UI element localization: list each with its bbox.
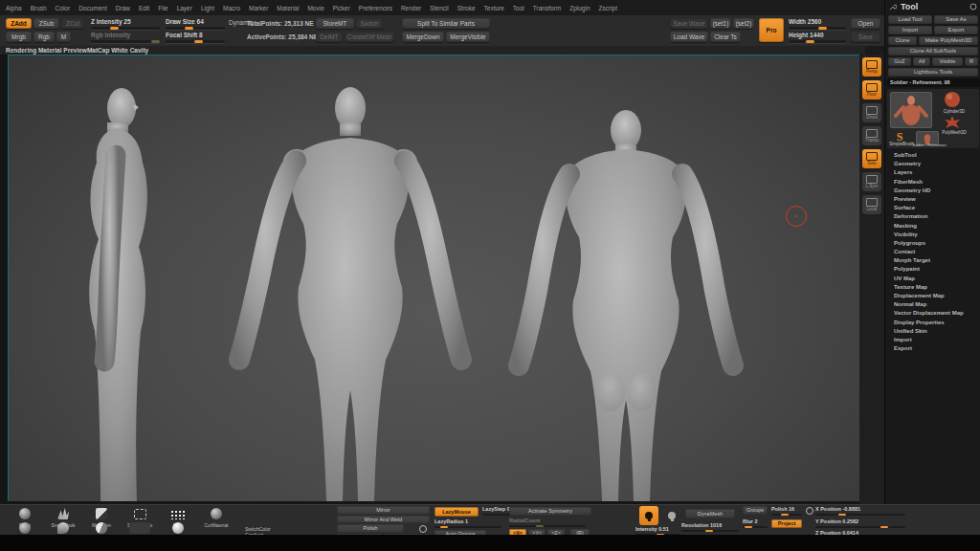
import-button[interactable]: Import (888, 26, 932, 34)
goz-all-button[interactable]: All (913, 57, 930, 66)
dynamesh-resolution-slider[interactable]: Resolution 1016 (681, 522, 739, 533)
mirror-button[interactable]: Mirror (337, 506, 430, 515)
split-to-similar-parts-button[interactable]: Split To Similar Parts (402, 18, 490, 29)
menu-item[interactable]: Zscript (599, 5, 618, 11)
menu-item[interactable]: Render (401, 5, 421, 11)
menu-item[interactable]: Document (78, 5, 107, 11)
menu-item[interactable]: Tool (513, 5, 524, 11)
tool-section-header[interactable]: Displacement Map (885, 292, 980, 300)
menu-item[interactable]: Draw (116, 5, 130, 11)
menu-item[interactable]: Brush (31, 5, 47, 11)
menu-item[interactable]: Texture (484, 5, 504, 11)
brush-slot[interactable] (159, 520, 197, 535)
focal-shift-slider[interactable]: Focal Shift 8 (166, 32, 225, 44)
radialcount-slider[interactable]: RadialCount (509, 518, 586, 528)
tool-section-header[interactable]: Contact (885, 248, 980, 256)
tool-section-header[interactable]: Surface (885, 204, 980, 212)
menu-item[interactable]: Transform (533, 5, 561, 11)
clear-ts-button[interactable]: Clear Ts (710, 32, 741, 42)
draw-size-slider[interactable]: Draw Size 64 (166, 18, 225, 31)
polymesh3d-thumb[interactable] (941, 115, 964, 130)
polish-button[interactable]: Polish (337, 524, 404, 533)
tool-section-header[interactable]: Polygroups (885, 239, 980, 248)
cylinder3d-thumb[interactable] (941, 91, 964, 108)
light-1-toggle[interactable] (639, 506, 658, 525)
menu-item[interactable]: Picker (333, 5, 350, 11)
open-button[interactable]: Open (851, 18, 880, 29)
tool-section-header[interactable]: Display Properties (885, 319, 980, 327)
menu-item[interactable]: Stroke (457, 5, 476, 11)
document-width-slider[interactable]: Width 2560 (789, 18, 846, 31)
polish-mode-icon[interactable] (419, 525, 427, 533)
brush-slot[interactable]: CurMaterial (197, 506, 235, 520)
rgb-intensity-slider[interactable]: Rgb Intensity (91, 32, 160, 44)
document-height-slider[interactable]: Height 1440 (789, 32, 846, 44)
current-tool-name[interactable]: Soldier - Refinement. 98 (887, 78, 980, 87)
merge-visible-button[interactable]: MergeVisible (446, 32, 490, 42)
zcut-button[interactable]: ZCut (61, 18, 84, 29)
save-wave-button[interactable]: Save Wave (670, 18, 708, 29)
light-2-toggle[interactable] (662, 506, 681, 525)
activate-symmetry-button[interactable]: Activate Symmetry (509, 507, 591, 516)
menu-item[interactable]: Zplugin (569, 5, 590, 11)
right-shelf-button[interactable]: L.Sym (862, 172, 881, 191)
menu-item[interactable]: Edit (139, 5, 149, 11)
lightbox-tools-button[interactable]: Lightbox» Tools (888, 68, 978, 77)
tool-section-header[interactable]: Visibility (885, 231, 980, 239)
mirror-and-weld-button[interactable]: Mirror And Weld (337, 516, 430, 524)
goz-r-button[interactable]: R (965, 57, 978, 66)
tool-section-header[interactable]: Geometry HD (885, 187, 980, 195)
tool-section-header[interactable]: Unified Skin (885, 327, 980, 336)
make-polymesh3d-button[interactable]: Make PolyMesh3D (919, 36, 978, 45)
groups-button[interactable]: Groups (743, 506, 768, 515)
rgb-button[interactable]: Rgb (33, 32, 55, 42)
brush-slot[interactable] (121, 520, 159, 535)
dynamesh-blur-slider[interactable]: Blur 2 (743, 518, 768, 529)
set1-button[interactable]: (set1) (710, 18, 731, 29)
menu-item[interactable]: Preferences (359, 5, 392, 11)
sculpt-viewport[interactable] (8, 55, 859, 501)
tool-section-header[interactable]: Geometry (885, 160, 980, 168)
z-intensity-slider[interactable]: Z Intensity 25 (91, 18, 160, 31)
menu-item[interactable]: Movie (307, 5, 323, 11)
zsub-button[interactable]: ZSub (33, 18, 59, 29)
del-mt-button[interactable]: DelMT (316, 32, 343, 42)
lazymouse-button[interactable]: LazyMouse (434, 507, 479, 517)
zadd-button[interactable]: ZAdd (6, 18, 32, 29)
save-as-button[interactable]: Save As (934, 15, 978, 24)
pro-button[interactable]: Pro (759, 18, 784, 42)
menu-item[interactable]: Macro (223, 5, 240, 11)
menu-item[interactable]: Stencil (430, 5, 449, 11)
menu-item[interactable]: Layer (177, 5, 192, 11)
menu-item[interactable]: Marker (249, 5, 268, 11)
tool-section-header[interactable]: Morph Target (885, 256, 980, 265)
brush-slot[interactable]: ClipCurve (82, 520, 121, 535)
brush-slot[interactable]: Pinch (6, 506, 44, 520)
brush-slot[interactable]: MoveElastic (44, 520, 82, 535)
creatediff-mesh-button[interactable]: CreateDiff Mesh (345, 32, 394, 42)
export-button[interactable]: Export (934, 26, 978, 34)
tool-section-header[interactable]: Texture Map (885, 283, 980, 292)
right-shelf-button[interactable]: Solo (862, 149, 881, 168)
right-shelf-button[interactable]: Floor (862, 80, 881, 99)
clone-button[interactable]: Clone (888, 36, 917, 45)
goz-button[interactable]: GoZ (888, 57, 911, 66)
goz-visible-button[interactable]: Visible (932, 57, 963, 66)
simplebrush-thumb[interactable]: S (890, 129, 909, 142)
right-shelf-button[interactable]: Persp (862, 57, 881, 77)
tool-section-header[interactable]: Import (885, 336, 980, 344)
tool-section-header[interactable]: Vector Displacement Map (885, 309, 980, 318)
current-tool-thumb[interactable] (890, 92, 932, 128)
tool-section-header[interactable]: SubTool (885, 151, 980, 160)
tool-section-header[interactable]: Polypaint (885, 265, 980, 274)
brush-slot[interactable]: SnakeHook (44, 506, 82, 520)
tool-section-header[interactable]: FiberMesh (885, 178, 980, 187)
x-position-slider[interactable]: X Position -0.8881 (815, 506, 905, 517)
project-button[interactable]: Project (771, 519, 802, 528)
tool-section-header[interactable]: Deformation (885, 212, 980, 221)
tool-section-header[interactable]: Export (885, 344, 980, 353)
right-shelf-button[interactable]: Local (862, 195, 881, 214)
tool-section-header[interactable]: Layers (885, 168, 980, 177)
brush-slot[interactable]: Inflat (6, 520, 44, 535)
menu-item[interactable]: Color (56, 5, 71, 11)
